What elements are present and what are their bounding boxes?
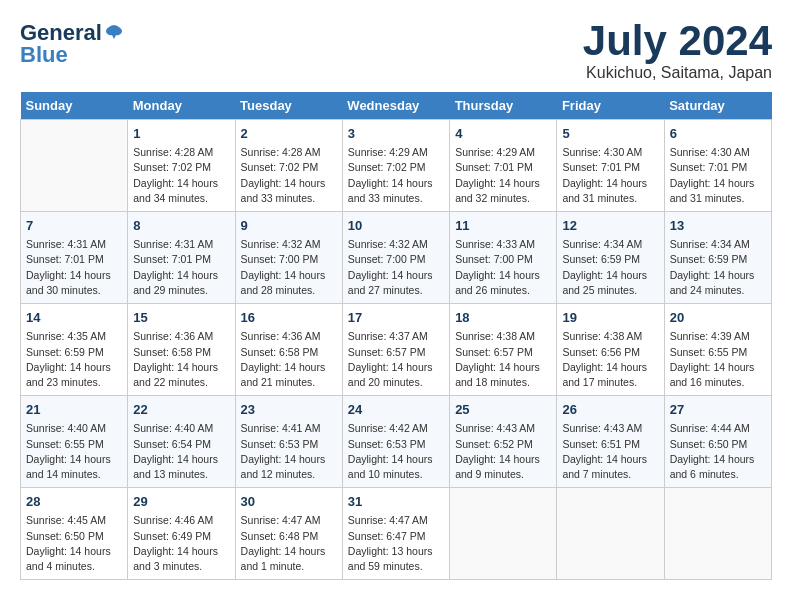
day-number: 8 — [133, 217, 229, 235]
day-number: 30 — [241, 493, 337, 511]
calendar-cell: 14Sunrise: 4:35 AM Sunset: 6:59 PM Dayli… — [21, 304, 128, 396]
calendar-cell: 4Sunrise: 4:29 AM Sunset: 7:01 PM Daylig… — [450, 120, 557, 212]
day-number: 6 — [670, 125, 766, 143]
day-number: 17 — [348, 309, 444, 327]
day-detail: Sunrise: 4:36 AM Sunset: 6:58 PM Dayligh… — [133, 329, 229, 390]
day-number: 19 — [562, 309, 658, 327]
day-detail: Sunrise: 4:43 AM Sunset: 6:51 PM Dayligh… — [562, 421, 658, 482]
day-number: 31 — [348, 493, 444, 511]
calendar-cell: 20Sunrise: 4:39 AM Sunset: 6:55 PM Dayli… — [664, 304, 771, 396]
calendar-cell: 30Sunrise: 4:47 AM Sunset: 6:48 PM Dayli… — [235, 488, 342, 580]
day-number: 2 — [241, 125, 337, 143]
day-number: 11 — [455, 217, 551, 235]
day-number: 3 — [348, 125, 444, 143]
calendar-cell: 1Sunrise: 4:28 AM Sunset: 7:02 PM Daylig… — [128, 120, 235, 212]
calendar-cell: 17Sunrise: 4:37 AM Sunset: 6:57 PM Dayli… — [342, 304, 449, 396]
day-number: 28 — [26, 493, 122, 511]
day-detail: Sunrise: 4:31 AM Sunset: 7:01 PM Dayligh… — [26, 237, 122, 298]
calendar-cell: 11Sunrise: 4:33 AM Sunset: 7:00 PM Dayli… — [450, 212, 557, 304]
day-number: 9 — [241, 217, 337, 235]
day-detail: Sunrise: 4:29 AM Sunset: 7:01 PM Dayligh… — [455, 145, 551, 206]
calendar-cell: 24Sunrise: 4:42 AM Sunset: 6:53 PM Dayli… — [342, 396, 449, 488]
calendar-week-row: 14Sunrise: 4:35 AM Sunset: 6:59 PM Dayli… — [21, 304, 772, 396]
day-detail: Sunrise: 4:45 AM Sunset: 6:50 PM Dayligh… — [26, 513, 122, 574]
logo: General Blue — [20, 20, 124, 68]
page-header: General Blue July 2024 Kukichuo, Saitama… — [20, 20, 772, 82]
calendar-cell — [557, 488, 664, 580]
day-number: 12 — [562, 217, 658, 235]
day-number: 16 — [241, 309, 337, 327]
col-header-tuesday: Tuesday — [235, 92, 342, 120]
day-detail: Sunrise: 4:46 AM Sunset: 6:49 PM Dayligh… — [133, 513, 229, 574]
day-detail: Sunrise: 4:39 AM Sunset: 6:55 PM Dayligh… — [670, 329, 766, 390]
calendar-cell: 5Sunrise: 4:30 AM Sunset: 7:01 PM Daylig… — [557, 120, 664, 212]
calendar-cell: 26Sunrise: 4:43 AM Sunset: 6:51 PM Dayli… — [557, 396, 664, 488]
day-number: 27 — [670, 401, 766, 419]
logo-blue: Blue — [20, 42, 68, 68]
day-detail: Sunrise: 4:40 AM Sunset: 6:55 PM Dayligh… — [26, 421, 122, 482]
day-number: 4 — [455, 125, 551, 143]
day-detail: Sunrise: 4:37 AM Sunset: 6:57 PM Dayligh… — [348, 329, 444, 390]
day-detail: Sunrise: 4:35 AM Sunset: 6:59 PM Dayligh… — [26, 329, 122, 390]
calendar-cell: 8Sunrise: 4:31 AM Sunset: 7:01 PM Daylig… — [128, 212, 235, 304]
day-detail: Sunrise: 4:38 AM Sunset: 6:56 PM Dayligh… — [562, 329, 658, 390]
day-detail: Sunrise: 4:33 AM Sunset: 7:00 PM Dayligh… — [455, 237, 551, 298]
day-number: 21 — [26, 401, 122, 419]
calendar-cell — [664, 488, 771, 580]
day-number: 13 — [670, 217, 766, 235]
calendar-header-row: SundayMondayTuesdayWednesdayThursdayFrid… — [21, 92, 772, 120]
calendar-cell: 29Sunrise: 4:46 AM Sunset: 6:49 PM Dayli… — [128, 488, 235, 580]
day-detail: Sunrise: 4:31 AM Sunset: 7:01 PM Dayligh… — [133, 237, 229, 298]
day-detail: Sunrise: 4:30 AM Sunset: 7:01 PM Dayligh… — [670, 145, 766, 206]
day-detail: Sunrise: 4:32 AM Sunset: 7:00 PM Dayligh… — [348, 237, 444, 298]
calendar-cell: 21Sunrise: 4:40 AM Sunset: 6:55 PM Dayli… — [21, 396, 128, 488]
day-number: 7 — [26, 217, 122, 235]
calendar-week-row: 28Sunrise: 4:45 AM Sunset: 6:50 PM Dayli… — [21, 488, 772, 580]
day-number: 14 — [26, 309, 122, 327]
col-header-sunday: Sunday — [21, 92, 128, 120]
col-header-monday: Monday — [128, 92, 235, 120]
calendar-cell: 28Sunrise: 4:45 AM Sunset: 6:50 PM Dayli… — [21, 488, 128, 580]
day-number: 18 — [455, 309, 551, 327]
calendar-cell: 19Sunrise: 4:38 AM Sunset: 6:56 PM Dayli… — [557, 304, 664, 396]
day-number: 15 — [133, 309, 229, 327]
day-detail: Sunrise: 4:32 AM Sunset: 7:00 PM Dayligh… — [241, 237, 337, 298]
day-detail: Sunrise: 4:36 AM Sunset: 6:58 PM Dayligh… — [241, 329, 337, 390]
calendar-table: SundayMondayTuesdayWednesdayThursdayFrid… — [20, 92, 772, 580]
calendar-week-row: 21Sunrise: 4:40 AM Sunset: 6:55 PM Dayli… — [21, 396, 772, 488]
calendar-cell: 12Sunrise: 4:34 AM Sunset: 6:59 PM Dayli… — [557, 212, 664, 304]
day-detail: Sunrise: 4:47 AM Sunset: 6:47 PM Dayligh… — [348, 513, 444, 574]
col-header-saturday: Saturday — [664, 92, 771, 120]
calendar-cell: 27Sunrise: 4:44 AM Sunset: 6:50 PM Dayli… — [664, 396, 771, 488]
day-detail: Sunrise: 4:42 AM Sunset: 6:53 PM Dayligh… — [348, 421, 444, 482]
day-detail: Sunrise: 4:38 AM Sunset: 6:57 PM Dayligh… — [455, 329, 551, 390]
calendar-cell: 16Sunrise: 4:36 AM Sunset: 6:58 PM Dayli… — [235, 304, 342, 396]
col-header-wednesday: Wednesday — [342, 92, 449, 120]
day-detail: Sunrise: 4:34 AM Sunset: 6:59 PM Dayligh… — [670, 237, 766, 298]
day-detail: Sunrise: 4:30 AM Sunset: 7:01 PM Dayligh… — [562, 145, 658, 206]
calendar-cell: 6Sunrise: 4:30 AM Sunset: 7:01 PM Daylig… — [664, 120, 771, 212]
day-detail: Sunrise: 4:44 AM Sunset: 6:50 PM Dayligh… — [670, 421, 766, 482]
calendar-cell: 25Sunrise: 4:43 AM Sunset: 6:52 PM Dayli… — [450, 396, 557, 488]
col-header-friday: Friday — [557, 92, 664, 120]
calendar-cell: 3Sunrise: 4:29 AM Sunset: 7:02 PM Daylig… — [342, 120, 449, 212]
calendar-cell: 10Sunrise: 4:32 AM Sunset: 7:00 PM Dayli… — [342, 212, 449, 304]
calendar-cell: 31Sunrise: 4:47 AM Sunset: 6:47 PM Dayli… — [342, 488, 449, 580]
col-header-thursday: Thursday — [450, 92, 557, 120]
calendar-cell: 2Sunrise: 4:28 AM Sunset: 7:02 PM Daylig… — [235, 120, 342, 212]
day-number: 29 — [133, 493, 229, 511]
day-detail: Sunrise: 4:41 AM Sunset: 6:53 PM Dayligh… — [241, 421, 337, 482]
calendar-cell: 15Sunrise: 4:36 AM Sunset: 6:58 PM Dayli… — [128, 304, 235, 396]
calendar-cell: 23Sunrise: 4:41 AM Sunset: 6:53 PM Dayli… — [235, 396, 342, 488]
day-number: 25 — [455, 401, 551, 419]
day-detail: Sunrise: 4:28 AM Sunset: 7:02 PM Dayligh… — [133, 145, 229, 206]
day-number: 22 — [133, 401, 229, 419]
title-section: July 2024 Kukichuo, Saitama, Japan — [583, 20, 772, 82]
calendar-week-row: 1Sunrise: 4:28 AM Sunset: 7:02 PM Daylig… — [21, 120, 772, 212]
day-number: 23 — [241, 401, 337, 419]
day-number: 26 — [562, 401, 658, 419]
day-detail: Sunrise: 4:34 AM Sunset: 6:59 PM Dayligh… — [562, 237, 658, 298]
month-year-title: July 2024 — [583, 20, 772, 62]
day-detail: Sunrise: 4:28 AM Sunset: 7:02 PM Dayligh… — [241, 145, 337, 206]
day-detail: Sunrise: 4:47 AM Sunset: 6:48 PM Dayligh… — [241, 513, 337, 574]
